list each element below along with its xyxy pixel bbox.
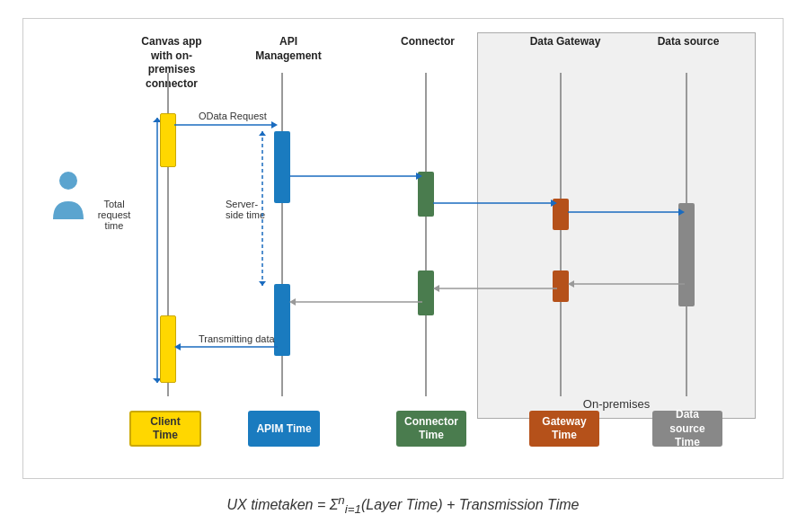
lifeline-gateway — [560, 73, 562, 396]
diagram-area: On-premises Canvas appwith on-premisesco… — [22, 18, 784, 479]
legend-connector-time: Connector Time — [396, 411, 466, 447]
col-header-apim: API Management — [248, 35, 329, 63]
formula-text: UX timetaken = Σni=1(Layer Time) + Trans… — [226, 497, 579, 512]
person-icon — [49, 170, 89, 224]
legend-apim-time: APIM Time — [248, 411, 320, 447]
apim-box-top — [274, 131, 290, 203]
on-premises-label: On-premises — [583, 397, 650, 411]
svg-marker-5 — [271, 121, 278, 129]
main-container: On-premises Canvas appwith on-premisesco… — [0, 0, 806, 532]
svg-marker-19 — [174, 343, 181, 350]
formula-area: UX timetaken = Σni=1(Layer Time) + Trans… — [9, 483, 797, 523]
legend-datasource-time: Data source Time — [652, 411, 722, 447]
svg-marker-11 — [678, 208, 685, 216]
svg-marker-22 — [259, 281, 266, 286]
svg-marker-15 — [433, 285, 439, 292]
arrow-gateway-to-connector — [433, 284, 557, 293]
svg-marker-13 — [568, 280, 574, 288]
col-header-connector: Connector — [396, 35, 459, 49]
arrow-apim-to-connector — [289, 172, 422, 181]
total-request-time-label: Totalrequesttime — [92, 199, 137, 231]
svg-marker-7 — [416, 173, 422, 180]
connector-box-bottom — [418, 270, 434, 315]
on-premises-box: On-premises — [477, 32, 756, 419]
server-side-arrow — [257, 131, 268, 288]
col-header-datasource: Data source — [652, 35, 724, 49]
svg-marker-21 — [259, 131, 266, 136]
svg-point-0 — [59, 172, 77, 190]
arrow-connector-to-apim — [289, 297, 422, 306]
arrow-connector-to-gateway — [433, 199, 557, 208]
arrow-canvas-to-apim — [174, 120, 278, 129]
arrow-gateway-to-datasource — [568, 208, 685, 217]
legend-client-time: Client Time — [129, 411, 201, 447]
svg-marker-17 — [289, 298, 296, 306]
col-header-gateway: Data Gateway — [529, 35, 601, 49]
legend-gateway-time: Gateway Time — [529, 411, 599, 447]
lifeline-connector — [425, 73, 427, 396]
arrow-datasource-to-gateway — [568, 279, 685, 288]
datasource-box — [678, 203, 695, 306]
arrow-apim-to-canvas — [174, 342, 278, 351]
col-header-canvas: Canvas appwith on-premisesconnector — [131, 35, 212, 91]
svg-marker-9 — [551, 200, 557, 207]
